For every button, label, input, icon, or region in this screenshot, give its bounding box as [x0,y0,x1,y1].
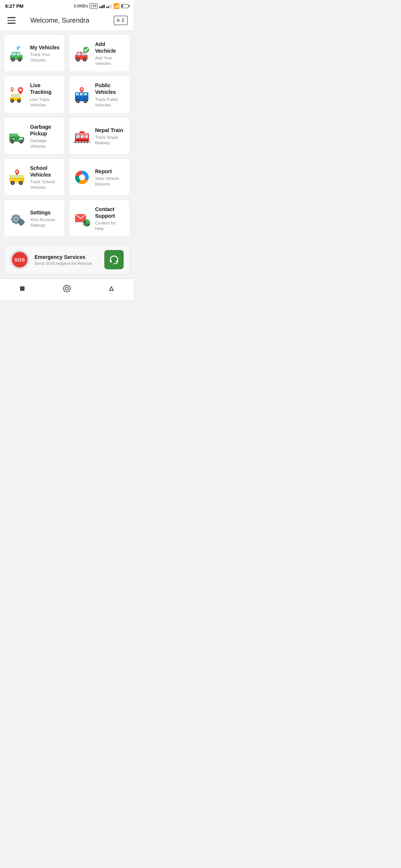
train-icon [74,128,91,145]
menu-grid: My Vehicles Track Your Vehicles [0,31,134,241]
report-text: Report View Vehicle Reports [95,168,125,187]
svg-rect-51 [81,135,84,138]
svg-rect-47 [9,134,18,137]
time-display: 6:27 PM [5,3,23,9]
add-vehicle-icon [74,45,91,62]
card-report[interactable]: Report View Vehicle Reports [69,158,130,196]
header: Welcome, Surendra A Z [0,11,134,31]
svg-point-16 [84,59,86,60]
svg-point-34 [77,100,79,102]
card-public-vehicles[interactable]: Public Vehicles Track Public Vehicles [69,76,130,113]
svg-rect-30 [76,93,79,95]
svg-rect-88 [21,218,22,220]
lte-badge: LTE [89,3,98,9]
report-subtitle: View Vehicle Reports [95,176,125,187]
svg-point-7 [19,59,21,60]
svg-point-70 [20,182,22,184]
my-vehicles-icon [9,45,26,62]
public-vehicles-title: Public Vehicles [95,82,125,95]
svg-rect-79 [11,218,13,220]
public-vehicles-text: Public Vehicles Track Public Vehicles [95,82,125,108]
svg-rect-78 [15,223,17,224]
svg-point-36 [85,100,87,102]
garbage-title: Garbage Pickup [30,124,60,137]
card-my-vehicles[interactable]: My Vehicles Track Your Vehicles [4,34,65,72]
svg-point-100 [65,287,68,290]
svg-rect-89 [21,224,22,226]
add-vehicle-title: Add Vechicle [95,41,125,54]
train-title: Nepal Train [95,127,125,134]
svg-point-68 [12,182,14,184]
svg-text:📞: 📞 [84,220,90,226]
svg-point-99 [63,285,70,292]
svg-rect-66 [19,175,22,177]
emergency-bar[interactable]: SOS Emergency Services Send SOS request … [4,244,130,275]
wifi-icon: 📶 [113,3,120,9]
live-tracking-title: Live Tracking [30,82,60,95]
card-school-vehicles[interactable]: School Vehicles Track School Vehicles [4,158,65,196]
svg-point-26 [19,89,22,91]
svg-rect-56 [78,141,79,143]
recent-button[interactable] [106,283,117,294]
welcome-text: Welcome, Surendra [6,17,114,24]
svg-point-73 [79,174,85,180]
az-button[interactable]: A Z [114,16,128,25]
svg-rect-55 [75,141,76,143]
headset-icon [109,255,119,264]
sos-label: SOS [12,252,27,267]
public-vehicles-icon [74,86,91,103]
card-nepal-train[interactable]: Nepal Train Track Nepal Railway [69,117,130,155]
svg-rect-77 [15,214,17,216]
train-text: Nepal Train Track Nepal Railway [95,127,125,146]
signal-bars-2 [106,4,112,8]
card-settings[interactable]: Settings Your Account Settings [4,200,65,237]
svg-rect-32 [84,93,87,95]
svg-point-76 [14,218,17,221]
svg-rect-65 [14,175,17,177]
card-add-vehicle[interactable]: Add Vechicle Add Your Vehicles [69,34,130,72]
svg-rect-71 [22,178,24,182]
svg-point-46 [20,141,22,143]
home-button[interactable] [62,283,72,294]
settings-title: Settings [30,209,60,216]
report-title: Report [95,168,125,175]
svg-point-37 [81,88,83,90]
back-button[interactable] [17,283,27,294]
school-subtitle: Track School Vehicles [30,179,60,190]
contact-text: Contact Support Contact for Help [95,206,125,231]
settings-icon [9,210,26,227]
contact-subtitle: Contact for Help [95,220,125,231]
svg-rect-60 [79,131,85,133]
settings-subtitle: Your Account Settings [30,217,60,228]
emergency-subtitle: Send SOS request for Rescue. [35,261,99,266]
svg-rect-64 [10,175,13,177]
school-bus-icon [9,169,26,186]
battery-icon [121,4,128,8]
headset-button[interactable] [104,250,124,269]
card-live-tracking[interactable]: Live Tracking Live Track Vehicles [4,76,65,113]
svg-rect-2 [12,53,16,55]
svg-rect-98 [20,286,25,291]
svg-point-97 [114,263,115,264]
settings-text: Settings Your Account Settings [30,209,60,228]
add-vehicle-text: Add Vechicle Add Your Vehicles [95,41,125,66]
network-speed: 5.0KB/s [74,4,88,8]
school-title: School Vehicles [30,165,60,178]
svg-rect-95 [110,260,112,263]
report-icon [74,169,91,186]
nav-bar [0,279,134,300]
svg-rect-91 [23,221,25,223]
svg-rect-20 [12,95,15,97]
emergency-title: Emergency Services [35,254,99,260]
svg-rect-3 [17,53,20,55]
svg-point-87 [20,221,22,223]
svg-rect-50 [76,135,80,138]
svg-rect-12 [82,53,85,55]
signal-bars-1 [99,4,105,8]
svg-rect-57 [81,141,82,143]
svg-rect-58 [84,141,85,143]
card-contact-support[interactable]: 📞 Contact Support Contact for Help [69,200,130,237]
card-garbage-pickup[interactable]: ♻ Garbage Pickup Garbage Vehicles [4,117,65,155]
svg-rect-59 [87,141,88,143]
svg-point-23 [12,100,13,102]
